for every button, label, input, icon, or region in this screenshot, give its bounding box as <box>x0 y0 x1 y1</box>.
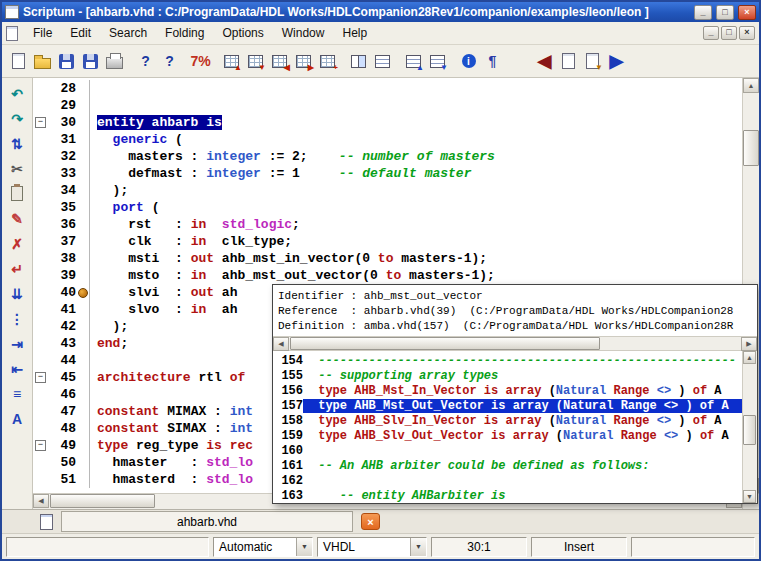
popup-scroll-right-icon[interactable] <box>741 337 757 351</box>
fold-collapse-icon[interactable]: − <box>35 440 46 451</box>
line-number: 28 <box>48 81 76 96</box>
code-line-156[interactable]: 156 type AHB_Mst_In_Vector is array (Nat… <box>273 383 742 398</box>
help-icon[interactable]: ? <box>134 50 157 73</box>
goto-line-icon[interactable]: ↵ <box>5 256 29 281</box>
replace-percent-icon[interactable]: 7% <box>189 50 212 73</box>
popup-scroll-down-icon[interactable] <box>743 490 756 503</box>
table-insert-right-icon[interactable]: ▶ <box>292 50 315 73</box>
code-line-31[interactable]: 31 generic ( <box>33 131 742 148</box>
vscroll-thumb[interactable] <box>743 130 759 166</box>
code-line-28[interactable]: 28 <box>33 80 742 97</box>
line-number: 41 <box>48 302 76 317</box>
code-line-161[interactable]: 161 -- An AHB arbiter could be defined a… <box>273 458 742 473</box>
split-columns-icon[interactable] <box>347 50 370 73</box>
mdi-restore-button[interactable]: □ <box>721 26 737 40</box>
menu-search[interactable]: Search <box>100 23 156 43</box>
document-icon[interactable] <box>557 50 580 73</box>
code-line-155[interactable]: 155 -- supporting array types <box>273 368 742 383</box>
paste-icon[interactable] <box>5 181 29 206</box>
close-button[interactable]: × <box>738 5 756 20</box>
pilcrow-icon[interactable]: ¶ <box>481 50 504 73</box>
menu-edit[interactable]: Edit <box>61 23 100 43</box>
delete-icon[interactable]: ✗ <box>5 231 29 256</box>
code-line-33[interactable]: 33 defmast : integer := 1 -- default mas… <box>33 165 742 182</box>
code-line-159[interactable]: 159 type AHB_Slv_Out_Vector is array (Na… <box>273 428 742 443</box>
swap-lines-icon[interactable]: ⇅ <box>5 131 29 156</box>
menu-options[interactable]: Options <box>213 23 272 43</box>
indent-icon[interactable]: ⇥ <box>5 331 29 356</box>
fold-collapse-icon[interactable]: − <box>35 372 46 383</box>
code-line-32[interactable]: 32 masters : integer := 2; -- number of … <box>33 148 742 165</box>
menu-window[interactable]: Window <box>273 23 334 43</box>
menu-folding[interactable]: Folding <box>156 23 213 43</box>
scroll-down-icon[interactable]: ⇊ <box>5 281 29 306</box>
code-line-157[interactable]: 157 type AHB_Mst_Out_Vector is array (Na… <box>273 398 742 413</box>
code-line-160[interactable]: 160 <box>273 443 742 458</box>
code-line-158[interactable]: 158 type AHB_Slv_In_Vector is array (Nat… <box>273 413 742 428</box>
column-mode-icon[interactable]: ⋮ <box>5 306 29 331</box>
line-number: 46 <box>48 387 76 402</box>
table-insert-down-icon[interactable]: ▼ <box>244 50 267 73</box>
popup-scroll-left-icon[interactable] <box>273 337 289 351</box>
language-combo[interactable]: VHDL <box>317 537 427 557</box>
goto-next-mark-icon[interactable]: ▼ <box>426 50 449 73</box>
popup-scroll-up-icon[interactable] <box>743 351 756 364</box>
popup-vscrollbar[interactable] <box>742 351 757 503</box>
edit-icon[interactable]: ✎ <box>5 206 29 231</box>
code-line-29[interactable]: 29 <box>33 97 742 114</box>
combo-arrow-icon[interactable] <box>296 538 312 556</box>
scroll-left-icon[interactable] <box>33 494 49 508</box>
menu-file[interactable]: File <box>24 23 61 43</box>
combo-arrow-icon[interactable] <box>410 538 426 556</box>
nav-forward-icon[interactable]: ▶ <box>605 50 628 73</box>
page-down-icon[interactable]: ▼ <box>581 50 604 73</box>
code-line-37[interactable]: 37 clk : in clk_type; <box>33 233 742 250</box>
fold-collapse-icon[interactable]: − <box>35 117 46 128</box>
code-line-39[interactable]: 39 msto : in ahb_mst_out_vector(0 to mas… <box>33 267 742 284</box>
table-insert-left-icon[interactable]: ◀ <box>268 50 291 73</box>
code-line-38[interactable]: 38 msti : out ahb_mst_in_vector(0 to mas… <box>33 250 742 267</box>
popup-lines[interactable]: 154 ------------------------------------… <box>273 351 742 503</box>
code-line-35[interactable]: 35 port ( <box>33 199 742 216</box>
highlight-mode-combo[interactable]: Automatic <box>213 537 313 557</box>
code-line-162[interactable]: 162 <box>273 473 742 488</box>
code-line-163[interactable]: 163 -- entity AHBarbiter is <box>273 488 742 503</box>
tab-ahbarb-vhd[interactable]: ahbarb.vhd <box>61 511 353 532</box>
redo-icon[interactable]: ↷ <box>5 106 29 131</box>
cut-icon[interactable]: ✂ <box>5 156 29 181</box>
document-system-icon[interactable] <box>6 26 18 41</box>
outdent-icon[interactable]: ⇤ <box>5 356 29 381</box>
save-icon[interactable] <box>55 50 78 73</box>
popup-hscrollbar[interactable] <box>273 336 757 351</box>
format-icon[interactable]: A <box>5 406 29 431</box>
context-help-icon[interactable]: ? <box>158 50 181 73</box>
goto-prev-mark-icon[interactable]: ▲ <box>402 50 425 73</box>
code-line-34[interactable]: 34 ); <box>33 182 742 199</box>
mdi-minimize-button[interactable]: _ <box>703 26 719 40</box>
menu-help[interactable]: Help <box>333 23 376 43</box>
split-rows-icon[interactable] <box>371 50 394 73</box>
table-copy-icon[interactable]: + <box>316 50 339 73</box>
info-icon[interactable] <box>457 50 480 73</box>
code-line-36[interactable]: 36 rst : in std_logic; <box>33 216 742 233</box>
align-icon[interactable]: ≡ <box>5 381 29 406</box>
popup-hscroll-thumb[interactable] <box>290 337 600 350</box>
scroll-up-icon[interactable] <box>743 78 759 93</box>
print-icon[interactable] <box>103 50 126 73</box>
mdi-close-button[interactable]: × <box>739 26 755 40</box>
popup-vscroll-thumb[interactable] <box>743 415 756 445</box>
maximize-button[interactable]: □ <box>716 5 734 20</box>
table-insert-up-icon[interactable]: ▲ <box>220 50 243 73</box>
statusbar: Automatic VHDL 30:1 Insert <box>2 533 759 559</box>
undo-icon[interactable]: ↶ <box>5 81 29 106</box>
code-line-154[interactable]: 154 ------------------------------------… <box>273 353 742 368</box>
nav-back-icon[interactable]: ◀ <box>533 50 556 73</box>
close-tab-button[interactable]: × <box>361 513 380 530</box>
save-all-icon[interactable] <box>79 50 102 73</box>
new-file-icon[interactable] <box>7 50 30 73</box>
minimize-button[interactable]: _ <box>694 5 712 20</box>
open-folder-icon[interactable] <box>31 50 54 73</box>
code-line-30[interactable]: −30entity ahbarb is <box>33 114 742 131</box>
hscroll-thumb[interactable] <box>50 494 155 508</box>
titlebar[interactable]: Scriptum - [ahbarb.vhd : C:/ProgramData/… <box>2 2 759 22</box>
